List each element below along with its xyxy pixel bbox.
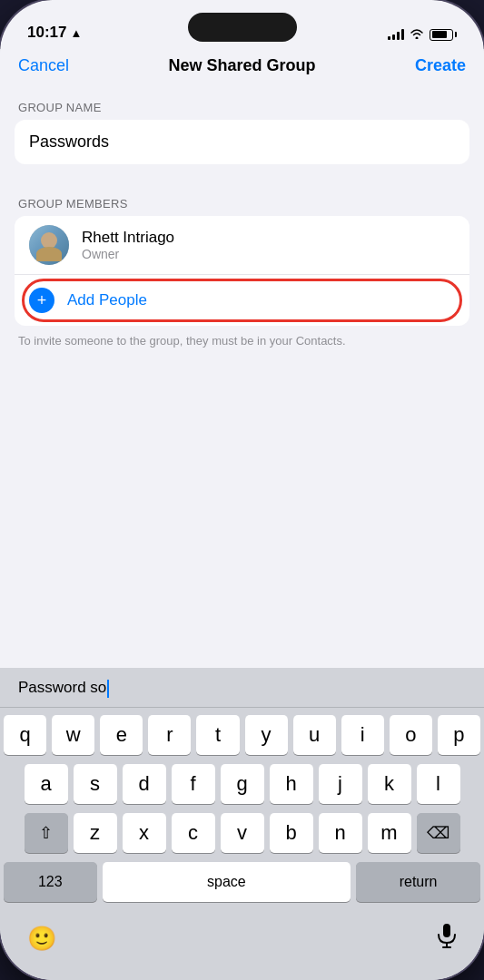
key-b[interactable]: b — [270, 813, 313, 853]
space-key[interactable]: space — [103, 862, 351, 902]
key-e[interactable]: e — [100, 715, 143, 755]
key-l[interactable]: l — [417, 764, 460, 804]
return-key[interactable]: return — [356, 862, 480, 902]
plus-icon: + — [29, 288, 54, 313]
group-name-section: GROUP NAME Passwords — [0, 86, 484, 164]
cancel-button[interactable]: Cancel — [18, 56, 69, 75]
bottom-bar: 🙂 — [0, 915, 484, 962]
avatar — [29, 225, 69, 265]
key-row-1: q w e r t y u i o p — [4, 715, 480, 755]
text-cursor — [107, 680, 109, 698]
status-time: 10:17 ▲ — [27, 24, 82, 42]
suggestion-bar: Password so — [0, 668, 484, 708]
svg-rect-0 — [443, 924, 450, 937]
content-area: GROUP NAME Passwords GROUP MEMBERS Rhett — [0, 86, 484, 364]
key-z[interactable]: z — [74, 813, 117, 853]
key-t[interactable]: t — [196, 715, 239, 755]
key-m[interactable]: m — [368, 813, 411, 853]
members-card: Rhett Intriago Owner + Add People — [15, 216, 469, 326]
key-u[interactable]: u — [293, 715, 336, 755]
key-row-2: a s d f g h j k l — [4, 764, 480, 804]
member-row: Rhett Intriago Owner — [15, 216, 469, 275]
plus-symbol: + — [37, 292, 47, 309]
key-k[interactable]: k — [368, 764, 411, 804]
key-g[interactable]: g — [221, 764, 264, 804]
member-name: Rhett Intriago — [82, 229, 174, 247]
phone-frame: 10:17 ▲ — [0, 0, 484, 980]
dynamic-island — [188, 13, 297, 42]
key-row-4: 123 space return — [4, 862, 480, 902]
key-r[interactable]: r — [148, 715, 191, 755]
key-o[interactable]: o — [390, 715, 432, 755]
shift-key[interactable]: ⇧ — [25, 813, 68, 853]
battery-icon — [430, 29, 457, 41]
page-title: New Shared Group — [168, 56, 315, 75]
create-button[interactable]: Create — [415, 56, 466, 75]
key-f[interactable]: f — [172, 764, 215, 804]
key-s[interactable]: s — [74, 764, 117, 804]
member-role: Owner — [82, 247, 174, 261]
group-name-input[interactable]: Passwords — [15, 120, 469, 164]
key-v[interactable]: v — [221, 813, 264, 853]
key-h[interactable]: h — [270, 764, 313, 804]
add-people-row[interactable]: + Add People — [15, 275, 469, 326]
key-w[interactable]: w — [52, 715, 94, 755]
add-people-text: Add People — [67, 291, 147, 309]
emoji-icon[interactable]: 🙂 — [27, 925, 56, 953]
key-p[interactable]: p — [438, 715, 480, 755]
location-icon: ▲ — [70, 26, 82, 40]
key-y[interactable]: y — [245, 715, 288, 755]
key-c[interactable]: c — [172, 813, 215, 853]
status-icons — [388, 27, 457, 42]
group-members-section: GROUP MEMBERS Rhett Intriago Owner — [0, 182, 484, 364]
key-n[interactable]: n — [319, 813, 362, 853]
phone-screen: 10:17 ▲ — [0, 0, 484, 980]
key-x[interactable]: x — [123, 813, 166, 853]
key-a[interactable]: a — [25, 764, 68, 804]
key-q[interactable]: q — [4, 715, 46, 755]
microphone-icon[interactable] — [437, 923, 457, 954]
group-name-value: Passwords — [29, 132, 109, 151]
keyboard-rows: q w e r t y u i o p a s d f g — [0, 708, 484, 915]
nav-bar: Cancel New Shared Group Create — [0, 49, 484, 86]
key-j[interactable]: j — [319, 764, 362, 804]
signal-icon — [388, 29, 404, 40]
key-d[interactable]: d — [123, 764, 166, 804]
suggestion-value: Password so — [18, 679, 106, 696]
member-info: Rhett Intriago Owner — [82, 229, 174, 261]
keyboard-area: Password so q w e r t y u i o p — [0, 668, 484, 980]
key-row-3: ⇧ z x c v b n m ⌫ — [4, 813, 480, 853]
group-name-label: GROUP NAME — [0, 86, 484, 120]
key-i[interactable]: i — [341, 715, 384, 755]
suggestion-text: Password so — [9, 679, 118, 698]
wifi-icon — [410, 27, 424, 42]
backspace-key[interactable]: ⌫ — [417, 813, 460, 853]
numbers-key[interactable]: 123 — [4, 862, 97, 902]
group-members-label: GROUP MEMBERS — [0, 182, 484, 216]
hint-text: To invite someone to the group, they mus… — [0, 326, 484, 364]
time-display: 10:17 — [27, 24, 66, 42]
